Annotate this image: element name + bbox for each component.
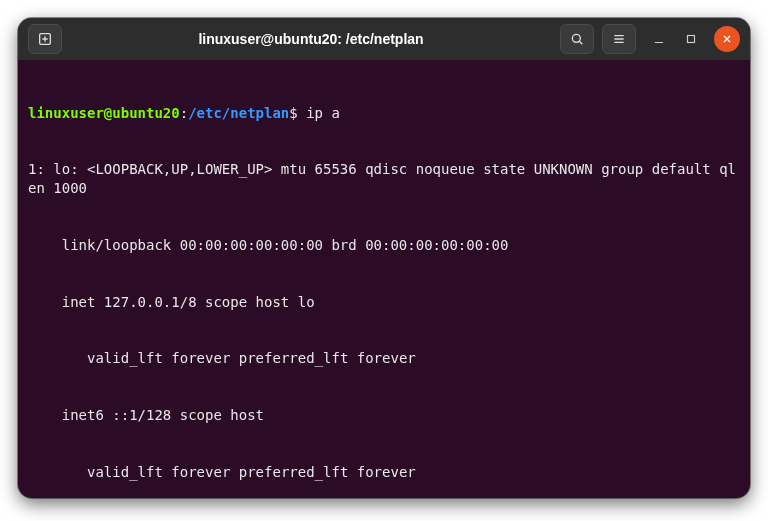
svg-point-3: [572, 34, 580, 42]
window-controls: [650, 26, 740, 52]
new-tab-button[interactable]: [28, 24, 62, 54]
close-icon: [721, 33, 733, 45]
minimize-button[interactable]: [650, 30, 668, 48]
close-button[interactable]: [714, 26, 740, 52]
titlebar: linuxuser@ubuntu20: /etc/netplan: [18, 18, 750, 60]
svg-line-4: [579, 41, 582, 44]
terminal-body[interactable]: linuxuser@ubuntu20:/etc/netplan$ ip a 1:…: [18, 60, 750, 498]
maximize-button[interactable]: [682, 30, 700, 48]
command-text: ip a: [298, 105, 340, 121]
prompt-colon: :: [180, 105, 188, 121]
prompt-dollar: $: [289, 105, 297, 121]
output-line: inet6 ::1/128 scope host: [28, 406, 740, 425]
window-title: linuxuser@ubuntu20: /etc/netplan: [198, 31, 423, 47]
minimize-icon: [652, 32, 666, 46]
svg-rect-9: [688, 36, 695, 43]
search-button[interactable]: [560, 24, 594, 54]
output-line: valid_lft forever preferred_lft forever: [28, 463, 740, 482]
prompt-user-host: linuxuser@ubuntu20: [28, 105, 180, 121]
search-icon: [569, 31, 585, 47]
maximize-icon: [684, 32, 698, 46]
prompt-path: /etc/netplan: [188, 105, 289, 121]
output-line: link/loopback 00:00:00:00:00:00 brd 00:0…: [28, 236, 740, 255]
new-tab-icon: [37, 31, 53, 47]
prompt-line: linuxuser@ubuntu20:/etc/netplan$ ip a: [28, 104, 740, 123]
hamburger-icon: [611, 31, 627, 47]
terminal-window: linuxuser@ubuntu20: /etc/netplan linuxus…: [18, 18, 750, 498]
output-line: 1: lo: <LOOPBACK,UP,LOWER_UP> mtu 65536 …: [28, 160, 740, 198]
output-line: valid_lft forever preferred_lft forever: [28, 349, 740, 368]
output-line: inet 127.0.0.1/8 scope host lo: [28, 293, 740, 312]
menu-button[interactable]: [602, 24, 636, 54]
